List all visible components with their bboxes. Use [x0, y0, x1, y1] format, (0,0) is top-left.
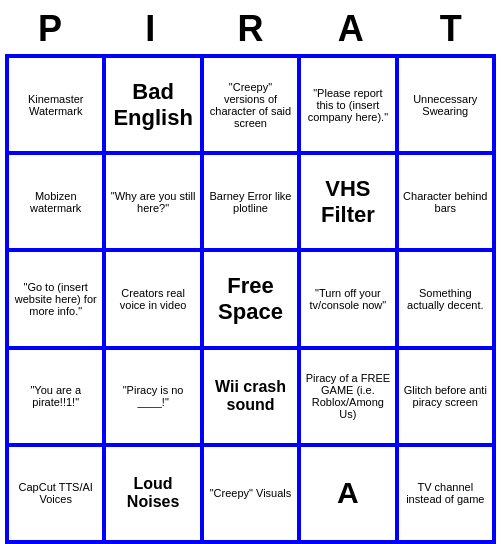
cell-4-4: TV channel instead of game: [397, 445, 494, 542]
title-letter-p: P: [0, 8, 100, 50]
cell-3-0: "You are a pirate!!1!": [7, 348, 104, 445]
cell-1-4: Character behind bars: [397, 153, 494, 250]
cell-0-1: Bad English: [104, 56, 201, 153]
bingo-grid: Kinemaster Watermark Bad English "Creepy…: [5, 54, 496, 544]
cell-0-3: "Please report this to (insert company h…: [299, 56, 396, 153]
cell-0-2: "Creepy" versions of character of said s…: [202, 56, 299, 153]
cell-1-3: VHS Filter: [299, 153, 396, 250]
cell-2-3: "Turn off your tv/console now": [299, 250, 396, 347]
cell-3-1: "Piracy is no ____!": [104, 348, 201, 445]
cell-4-2: "Creepy" Visuals: [202, 445, 299, 542]
cell-2-1: Creators real voice in video: [104, 250, 201, 347]
cell-4-3: A: [299, 445, 396, 542]
title-letter-a: A: [301, 8, 401, 50]
cell-4-0: CapCut TTS/AI Voices: [7, 445, 104, 542]
cell-1-2: Barney Error like plotline: [202, 153, 299, 250]
cell-3-3: Piracy of a FREE GAME (i.e. Roblox/Among…: [299, 348, 396, 445]
cell-3-4: Glitch before anti piracy screen: [397, 348, 494, 445]
title-letter-t: T: [401, 8, 501, 50]
cell-2-2-free-space: Free Space: [202, 250, 299, 347]
title-row: P I R A T: [0, 0, 501, 54]
title-letter-i: I: [100, 8, 200, 50]
title-letter-r: R: [200, 8, 300, 50]
cell-3-2: Wii crash sound: [202, 348, 299, 445]
cell-2-4: Something actually decent.: [397, 250, 494, 347]
cell-0-4: Unnecessary Swearing: [397, 56, 494, 153]
cell-1-1: "Why are you still here?": [104, 153, 201, 250]
cell-4-1: Loud Noises: [104, 445, 201, 542]
cell-2-0: "Go to (insert website here) for more in…: [7, 250, 104, 347]
cell-0-0: Kinemaster Watermark: [7, 56, 104, 153]
cell-1-0: Mobizen watermark: [7, 153, 104, 250]
